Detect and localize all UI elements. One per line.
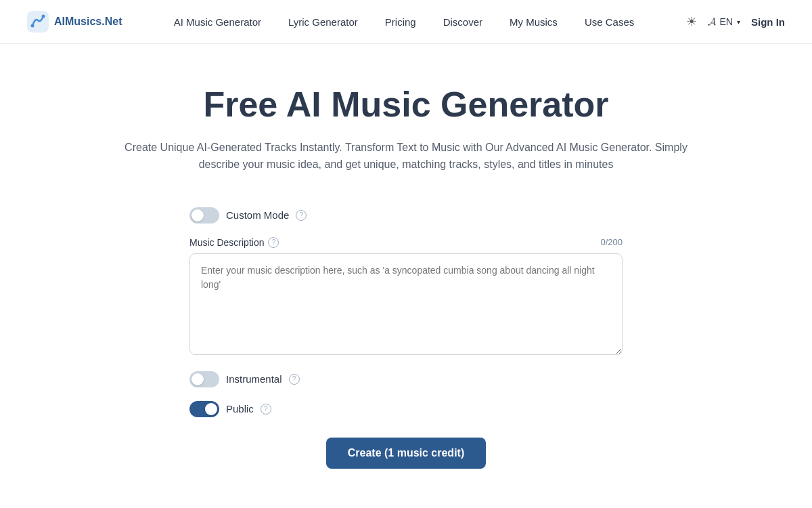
char-count: 0/200 xyxy=(600,237,623,247)
generator-form: Custom Mode ? Music Description ? 0/200 … xyxy=(189,207,623,469)
language-selector[interactable]: 𝓐 EN ▾ xyxy=(708,16,740,28)
description-label: Music Description xyxy=(189,237,264,248)
instrumental-row: Instrumental ? xyxy=(189,371,623,387)
svg-point-2 xyxy=(42,15,45,18)
nav-my-musics[interactable]: My Musics xyxy=(510,16,558,28)
instrumental-help-icon[interactable]: ? xyxy=(289,374,300,385)
svg-rect-0 xyxy=(27,11,49,33)
music-description-field: Music Description ? 0/200 xyxy=(189,237,623,358)
description-header: Music Description ? 0/200 xyxy=(189,237,623,248)
description-help-icon[interactable]: ? xyxy=(268,237,279,248)
main-content: Free AI Music Generator Create Unique AI… xyxy=(0,44,812,496)
nav-pricing[interactable]: Pricing xyxy=(385,16,416,28)
logo-icon xyxy=(27,11,49,33)
logo-text: AIMusics.Net xyxy=(54,16,122,28)
nav-use-cases[interactable]: Use Cases xyxy=(585,16,634,28)
public-label: Public xyxy=(226,403,254,415)
main-nav: AI Music Generator Lyric Generator Prici… xyxy=(174,16,634,28)
create-button[interactable]: Create (1 music credit) xyxy=(326,438,487,469)
header-right: ☀ 𝓐 EN ▾ Sign In xyxy=(686,14,785,29)
page-subtitle: Create Unique AI-Generated Tracks Instan… xyxy=(122,139,690,173)
music-description-input[interactable] xyxy=(189,253,623,355)
instrumental-toggle[interactable] xyxy=(189,371,219,387)
custom-mode-toggle[interactable] xyxy=(189,207,219,224)
svg-point-1 xyxy=(31,24,35,28)
custom-mode-label: Custom Mode xyxy=(226,209,289,221)
translate-icon: 𝓐 xyxy=(708,16,716,28)
custom-mode-row: Custom Mode ? xyxy=(189,207,623,224)
page-title: Free AI Music Generator xyxy=(203,85,608,125)
chevron-down-icon: ▾ xyxy=(737,18,740,26)
public-help-icon[interactable]: ? xyxy=(261,404,271,415)
instrumental-label: Instrumental xyxy=(226,373,282,385)
nav-lyric-generator[interactable]: Lyric Generator xyxy=(288,16,358,28)
nav-discover[interactable]: Discover xyxy=(443,16,482,28)
custom-mode-help-icon[interactable]: ? xyxy=(296,210,307,221)
nav-ai-music-generator[interactable]: AI Music Generator xyxy=(174,16,261,28)
lang-code: EN xyxy=(720,16,733,27)
signin-button[interactable]: Sign In xyxy=(751,16,785,28)
theme-toggle-button[interactable]: ☀ xyxy=(686,14,697,29)
public-toggle[interactable] xyxy=(189,401,219,417)
instrumental-slider xyxy=(189,371,219,387)
public-slider xyxy=(189,401,219,417)
description-label-row: Music Description ? xyxy=(189,237,279,248)
logo[interactable]: AIMusics.Net xyxy=(27,11,122,33)
custom-mode-slider xyxy=(189,207,219,224)
header: AIMusics.Net AI Music Generator Lyric Ge… xyxy=(0,0,812,44)
sun-icon: ☀ xyxy=(686,14,697,29)
public-row: Public ? xyxy=(189,401,623,417)
